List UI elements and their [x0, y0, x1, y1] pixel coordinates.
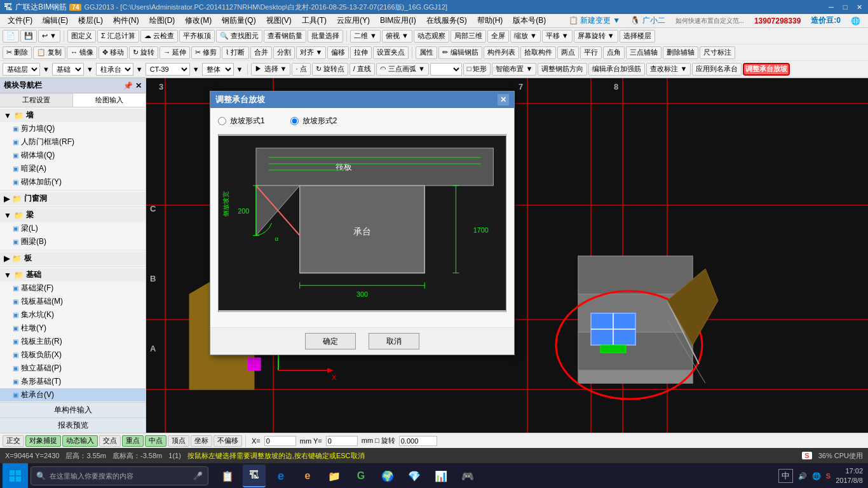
drawing-input-tab[interactable]: 绘图输入: [73, 93, 146, 107]
menu-file[interactable]: 文件(F): [3, 14, 37, 27]
pick-btn[interactable]: 拾取构件: [520, 46, 556, 59]
sidebar-item-shear-wall[interactable]: ▣ 剪力墙(Q): [0, 122, 146, 135]
cap-select[interactable]: 柱承台: [96, 63, 133, 76]
status-coord-btn[interactable]: 坐标: [191, 435, 212, 447]
menu-cloud[interactable]: 云应用(Y): [332, 14, 375, 27]
x-input[interactable]: [264, 436, 296, 446]
shape-select[interactable]: [430, 63, 462, 76]
status-intersect-btn[interactable]: 交点: [99, 435, 121, 447]
rect-tool-btn[interactable]: □ 矩形: [463, 63, 491, 76]
single-input-btn[interactable]: 单构件输入: [0, 402, 146, 417]
taskbar-clock[interactable]: 17:02 2017/8/8: [836, 466, 863, 486]
sidebar-section-header-window[interactable]: ▶ 📁 门窗洞: [0, 192, 146, 205]
screen-rotate-btn[interactable]: 屏幕旋转 ▼: [574, 30, 618, 43]
sidebar-item-beam[interactable]: ▣ 梁(L): [0, 222, 146, 235]
new-change-btn[interactable]: 📋 新建变更 ▼: [564, 14, 626, 27]
status-snap-btn[interactable]: 对象捕捉: [25, 435, 61, 447]
dialog-cancel-btn[interactable]: 取消: [369, 333, 419, 349]
select-tool-btn[interactable]: ▶ 选择 ▼: [251, 63, 290, 76]
local-3d-btn[interactable]: 局部三维: [451, 30, 486, 43]
taskbar-edge[interactable]: e: [269, 464, 292, 487]
sidebar-pin-btn[interactable]: 📌: [123, 81, 133, 90]
edit-cap-rebar-btn[interactable]: 编辑承台加强筋: [588, 63, 645, 76]
sidebar-item-foundation-beam[interactable]: ▣ 基础梁(F): [0, 281, 146, 295]
menu-edit[interactable]: 编辑(E): [37, 14, 73, 27]
menu-draw[interactable]: 绘图(D): [144, 14, 180, 27]
speaker-icon[interactable]: 🔊: [798, 472, 807, 480]
foundation-select[interactable]: 基础: [52, 63, 84, 76]
option2-input[interactable]: [290, 117, 299, 125]
taskbar-diamond[interactable]: 💎: [403, 464, 426, 487]
sidebar-item-raft-main-rebar[interactable]: ▣ 筏板主筋(R): [0, 335, 146, 348]
trim-btn[interactable]: ✂ 修剪: [191, 46, 220, 59]
status-vertex-btn[interactable]: 顶点: [168, 435, 189, 447]
sum-btn[interactable]: Σ 汇总计算: [97, 30, 139, 43]
two-point-btn[interactable]: 两点: [557, 46, 579, 59]
find-element-btn[interactable]: 🔍 查找图元: [216, 30, 262, 43]
quickset-btn[interactable]: 如何快速布置自定义范...: [670, 15, 749, 27]
menu-help[interactable]: 帮助(H): [472, 14, 508, 27]
taskbar-chart[interactable]: 📊: [430, 464, 452, 487]
taskbar-ggj-app[interactable]: 🏗: [243, 464, 266, 487]
lang-indicator[interactable]: 中: [778, 469, 793, 483]
menu-bim[interactable]: BIM应用(I): [375, 14, 421, 27]
break-btn[interactable]: ⌇ 打断: [222, 46, 248, 59]
menu-version[interactable]: 版本号(B): [508, 14, 551, 27]
menu-floor[interactable]: 楼层(L): [73, 14, 108, 27]
rotate-btn[interactable]: ↻ 旋转: [129, 46, 158, 59]
taskbar-search-box[interactable]: 🔍 在这里输入你要搜索的内容 🎤: [31, 466, 208, 485]
parallel-btn[interactable]: 平行: [580, 46, 602, 59]
taskbar-globe[interactable]: 🌍: [376, 464, 399, 487]
copy-btn[interactable]: 📋 复制: [33, 46, 65, 59]
taskbar-ie[interactable]: e: [296, 464, 319, 487]
3pt-axis-btn[interactable]: 三点辅轴: [626, 46, 661, 59]
option1-input[interactable]: [218, 117, 226, 125]
line-tool-btn[interactable]: / 直线: [349, 63, 375, 76]
point-tool-btn[interactable]: · 点: [292, 63, 310, 76]
component-list-btn[interactable]: 构件列表: [484, 46, 519, 59]
point-angle-btn[interactable]: 点角: [603, 46, 625, 59]
sidebar-item-masonry-rebar[interactable]: ▣ 砌体加筋(Y): [0, 175, 146, 189]
arc-tool-btn[interactable]: ◠ 三点画弧 ▼: [376, 63, 429, 76]
sidebar-section-header-foundation[interactable]: ▼ 📁 基础: [0, 268, 146, 281]
delete-btn[interactable]: ✂ 删除: [3, 46, 32, 59]
new-btn[interactable]: 📄: [3, 30, 19, 43]
sidebar-item-sump[interactable]: ▣ 集水坑(K): [0, 308, 146, 322]
rotate-point-btn[interactable]: ↻ 旋转点: [312, 63, 348, 76]
sidebar-item-hidden-beam[interactable]: ▣ 暗梁(A): [0, 162, 146, 175]
menu-modify[interactable]: 修改(M): [180, 14, 217, 27]
save-btn[interactable]: 💾: [20, 30, 37, 43]
undo-btn[interactable]: ↩ ▼: [38, 30, 60, 43]
menu-component[interactable]: 构件(N): [108, 14, 144, 27]
zoom-btn[interactable]: 缩放 ▼: [510, 30, 541, 43]
status-center-btn[interactable]: 中点: [145, 435, 166, 447]
extend-btn[interactable]: → 延伸: [159, 46, 190, 59]
apply-to-cap-btn[interactable]: 应用到名承台: [692, 63, 742, 76]
y-input[interactable]: [326, 436, 358, 446]
option2-radio[interactable]: 放坡形式2: [290, 116, 337, 126]
dim-btn[interactable]: 尺寸标注: [700, 46, 735, 59]
move-btn[interactable]: ✥ 移动: [98, 46, 128, 59]
sidebar-item-isolated-foundation[interactable]: ▣ 独立基础(P): [0, 362, 146, 375]
merge-btn[interactable]: 合并: [250, 46, 272, 59]
whole-select[interactable]: 整体: [202, 63, 234, 76]
offset-btn[interactable]: 偏移: [327, 46, 349, 59]
guanglianda2-btn[interactable]: 🐧 广小二: [625, 14, 670, 27]
cloud-check-btn[interactable]: ☁ 云检查: [140, 30, 178, 43]
sidebar-item-masonry-wall[interactable]: ▣ 砌体墙(Q): [0, 149, 146, 162]
dialog-close-btn[interactable]: ✕: [498, 94, 509, 105]
network-icon[interactable]: 🌐: [812, 472, 821, 480]
sidebar-item-strip-foundation[interactable]: ▣ 条形基础(T): [0, 375, 146, 388]
status-orthogonal-btn[interactable]: 正交: [3, 435, 24, 447]
align-btn[interactable]: 对齐 ▼: [296, 46, 327, 59]
batch-select-btn[interactable]: 批量选择: [308, 30, 343, 43]
dynamic-obs-btn[interactable]: 动态观察: [414, 30, 449, 43]
taskbar-g[interactable]: G: [349, 464, 372, 487]
sidebar-item-civil-defense-wall[interactable]: ▣ 人防门框墙(RF): [0, 135, 146, 149]
minimize-button[interactable]: ─: [826, 2, 836, 12]
sidebar-section-header-wall[interactable]: ▼ 📁 墙: [0, 109, 146, 122]
menu-rebar-qty[interactable]: 钢筋量(Q): [217, 14, 261, 27]
taskbar-game[interactable]: 🎮: [456, 464, 479, 487]
sidebar-close-btn[interactable]: ✕: [135, 81, 142, 90]
select-floor-btn[interactable]: 选择楼层: [620, 30, 655, 43]
